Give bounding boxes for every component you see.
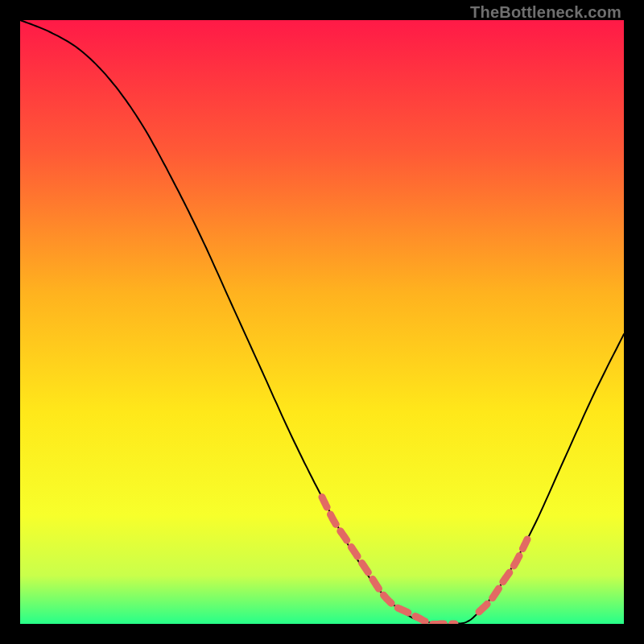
plot-area bbox=[20, 20, 624, 624]
bottleneck-curve-highlight-right bbox=[479, 539, 527, 612]
bottleneck-curve-highlight-left bbox=[322, 497, 455, 625]
bottleneck-curve bbox=[20, 20, 624, 624]
bottleneck-curve-svg bbox=[20, 20, 624, 624]
chart-frame: TheBottleneck.com bbox=[0, 0, 644, 644]
watermark-text: TheBottleneck.com bbox=[470, 3, 621, 22]
